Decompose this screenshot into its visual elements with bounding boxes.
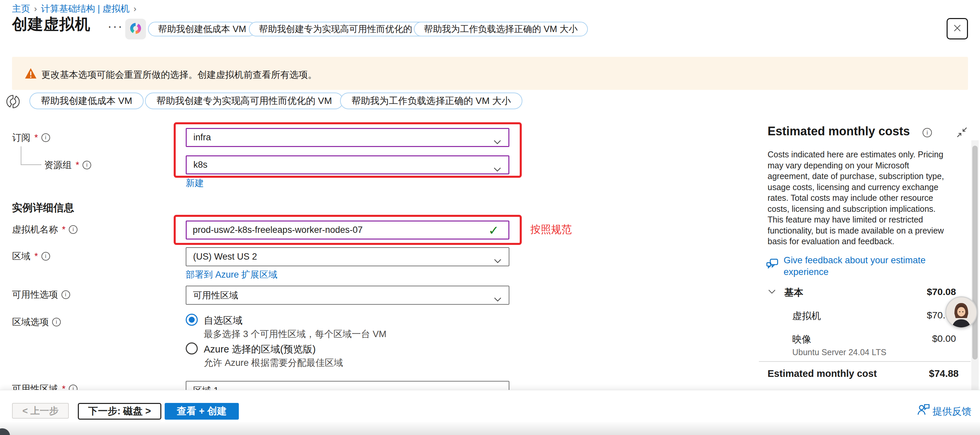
breadcrumb-separator-icon: ›: [134, 4, 137, 14]
next-disks-button[interactable]: 下一步: 磁盘 >: [78, 403, 161, 420]
info-icon[interactable]: i: [41, 252, 50, 261]
page-title: 创建虚拟机: [12, 14, 91, 35]
copilot-pill-low-cost[interactable]: 帮助我创建低成本 VM: [148, 22, 256, 37]
radio-dot: [189, 317, 195, 323]
footer-bar: < 上一步 下一步: 磁盘 > 查看 + 创建 提供反馈: [0, 390, 980, 435]
cost-item-image-sub: Ubuntu Server 24.04 LTS: [792, 347, 886, 357]
warning-icon: [25, 68, 37, 80]
provide-feedback-link[interactable]: 提供反馈: [932, 405, 971, 418]
radio-self-selected-zones[interactable]: [186, 314, 198, 326]
breadcrumb-compute-vm[interactable]: 计算基础结构 | 虚拟机: [41, 3, 130, 15]
suggestion-pill-high-availability[interactable]: 帮助我创建专为实现高可用性而优化的 VM: [145, 92, 344, 109]
vm-name-label: 虚拟机名称* i: [12, 223, 78, 236]
info-icon[interactable]: i: [41, 133, 50, 142]
info-icon[interactable]: i: [62, 290, 70, 299]
chevron-down-icon: [494, 136, 501, 147]
copilot-outline-icon: [5, 94, 21, 111]
copilot-button[interactable]: [125, 19, 146, 40]
availability-options-label: 可用性选项 i: [12, 288, 70, 301]
cost-item-image-name: 映像: [792, 333, 811, 346]
suggestion-pill-right-size[interactable]: 帮助我为工作负载选择正确的 VM 大小: [340, 92, 522, 109]
subscription-label: 订阅* i: [12, 132, 50, 143]
breadcrumb-home[interactable]: 主页: [12, 3, 30, 15]
group-chevron-icon[interactable]: [768, 289, 776, 295]
page-scrollbar: [971, 140, 978, 390]
costs-disclaimer-text: Costs indicated here are estimates only.…: [768, 149, 952, 247]
more-menu-icon[interactable]: ···: [108, 19, 123, 34]
feedback-person-icon[interactable]: [916, 403, 931, 417]
cost-group-amount: $70.08: [869, 286, 956, 297]
radio-azure-selected-zones-label[interactable]: Azure 选择的区域(预览版): [204, 343, 316, 356]
close-icon: [952, 23, 962, 34]
breadcrumb-separator-icon: ›: [34, 4, 37, 14]
availability-options-dropdown[interactable]: 可用性区域: [186, 286, 509, 305]
warning-text: 更改基本选项可能会重置所做的选择。创建虚拟机前查看所有选项。: [41, 69, 317, 81]
info-icon[interactable]: i: [83, 161, 91, 169]
vm-name-input[interactable]: [186, 220, 509, 239]
cost-item-image-amount: $0.00: [869, 333, 956, 344]
resource-group-label: 资源组* i: [44, 159, 91, 171]
presenter-avatar: [945, 296, 977, 328]
review-create-button[interactable]: 查看 + 创建: [165, 403, 239, 420]
copilot-pill-right-size[interactable]: 帮助我为工作负载选择正确的 VM 大小: [414, 22, 588, 37]
chevron-down-icon: [494, 164, 501, 174]
collapse-panel-icon[interactable]: [957, 127, 967, 139]
radio-azure-selected-zones-desc: 允许 Azure 根据需要分配最佳区域: [204, 357, 343, 369]
deploy-edge-zone-link[interactable]: 部署到 Azure 扩展区域: [186, 269, 278, 280]
feedback-bubbles-icon[interactable]: [765, 257, 780, 273]
total-cost-label: Estimated monthly cost: [768, 368, 877, 379]
valid-check-icon: ✓: [488, 223, 499, 238]
region-dropdown[interactable]: (US) West US 2: [186, 247, 509, 266]
chevron-down-icon: [494, 255, 501, 266]
instance-details-section-title: 实例详细信息: [12, 201, 74, 215]
create-vm-page: 主页 › 计算基础结构 | 虚拟机 › 创建虚拟机 ··· 帮助我创建低成本 V…: [0, 0, 980, 435]
required-star: *: [62, 225, 66, 235]
copilot-logo-icon: [129, 22, 142, 37]
radio-self-selected-zones-label[interactable]: 自选区域: [204, 314, 242, 327]
previous-button[interactable]: < 上一步: [12, 403, 69, 419]
bottom-strip: [0, 422, 980, 435]
suggestion-pill-low-cost[interactable]: 帮助我创建低成本 VM: [29, 92, 144, 109]
info-icon[interactable]: i: [69, 225, 78, 234]
info-icon[interactable]: i: [923, 128, 932, 137]
subscription-dropdown[interactable]: infra: [186, 128, 509, 147]
required-star: *: [76, 160, 80, 170]
chevron-down-icon: [494, 294, 501, 304]
region-label: 区域* i: [12, 250, 50, 262]
close-button[interactable]: [947, 18, 968, 40]
info-icon[interactable]: i: [52, 318, 61, 327]
tree-connector: [21, 147, 41, 165]
cost-group-name: 基本: [784, 286, 803, 299]
costs-panel-title: Estimated monthly costs: [768, 124, 910, 138]
costs-divider: [759, 361, 970, 362]
radio-self-selected-zones-desc: 最多选择 3 个可用性区域，每个区域一台 VM: [204, 328, 387, 340]
estimate-feedback-link[interactable]: Give feedback about your estimate experi…: [784, 254, 942, 278]
radio-azure-selected-zones[interactable]: [186, 343, 198, 354]
required-star: *: [34, 133, 38, 143]
copilot-pill-high-availability[interactable]: 帮助我创建专为实现高可用性而优化的 VM: [249, 22, 438, 37]
create-new-resource-group-link[interactable]: 新建: [186, 177, 204, 189]
warning-banner: 更改基本选项可能会重置所做的选择。创建虚拟机前查看所有选项。: [12, 57, 968, 90]
cost-item-vm-amount: $70.08: [869, 310, 956, 321]
required-star: *: [34, 251, 38, 261]
zone-options-label: 区域选项 i: [12, 316, 61, 328]
cost-item-vm-name: 虚拟机: [792, 310, 821, 322]
total-cost-amount: $74.88: [871, 368, 959, 379]
annotation-note: 按照规范: [530, 223, 572, 237]
breadcrumb: 主页 › 计算基础结构 | 虚拟机 ›: [12, 3, 136, 15]
resource-group-dropdown[interactable]: k8s: [186, 155, 509, 174]
scrollbar-thumb[interactable]: [972, 146, 978, 360]
